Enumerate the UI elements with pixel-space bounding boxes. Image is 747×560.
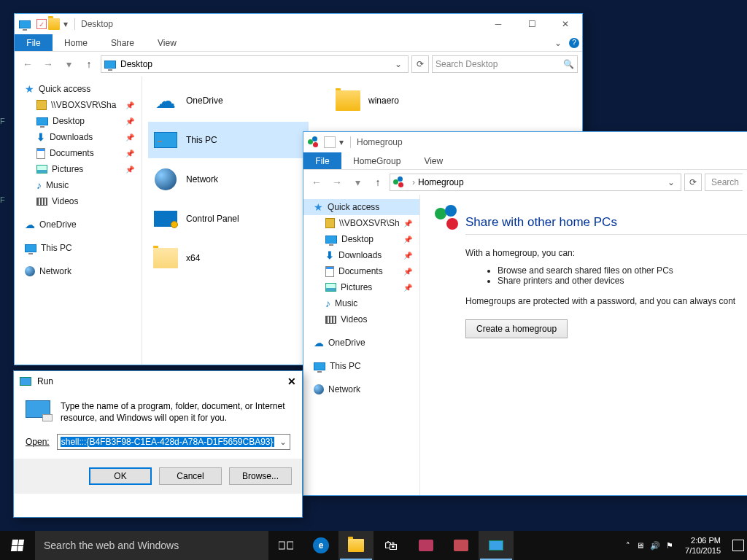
back-button[interactable]: ← — [19, 55, 36, 73]
address-bar[interactable]: › Homegroup ⌄ — [390, 174, 681, 191]
sidebar-item-desktop[interactable]: Desktop📌 — [303, 231, 419, 247]
tile-network[interactable]: Network — [148, 161, 309, 198]
refresh-button[interactable]: ⟳ — [684, 174, 702, 191]
address-text: Homegroup — [418, 177, 464, 187]
expand-ribbon-icon[interactable]: ⌄ — [550, 34, 566, 51]
clock[interactable]: 2:06 PM 7/10/2015 — [679, 535, 727, 556]
sidebar-item-desktop[interactable]: Desktop📌 — [15, 113, 142, 129]
help-button[interactable]: ? — [566, 34, 582, 51]
maximize-button[interactable]: ☐ — [515, 14, 549, 34]
sidebar-item-downloads[interactable]: ⬇Downloads📌 — [15, 129, 142, 145]
tab-view[interactable]: View — [146, 34, 188, 51]
sidebar-item-videos[interactable]: Videos — [15, 193, 142, 209]
up-button[interactable]: ↑ — [80, 55, 98, 73]
tile-control-panel[interactable]: Control Panel — [148, 201, 309, 237]
sidebar-item-pictures[interactable]: Pictures📌 — [303, 279, 419, 295]
refresh-button[interactable]: ⟳ — [411, 55, 429, 73]
minimize-button[interactable]: ─ — [481, 14, 515, 34]
sidebar-item-videos[interactable]: Videos — [303, 311, 419, 327]
tile-thispc[interactable]: This PC — [148, 122, 309, 158]
sidebar-item-vboxsvr[interactable]: \\VBOXSVR\Shar📌 — [15, 97, 142, 113]
create-homegroup-button[interactable]: Create a homegroup — [465, 319, 568, 338]
desktop-icon[interactable]: F — [0, 195, 5, 204]
sidebar-onedrive[interactable]: ☁OneDrive — [15, 217, 142, 233]
address-dropdown-icon[interactable]: ⌄ — [665, 177, 678, 187]
qat-properties-icon[interactable] — [324, 136, 336, 148]
taskbar-edge[interactable]: e — [303, 531, 338, 560]
tab-homegroup[interactable]: HomeGroup — [341, 152, 412, 169]
sidebar-onedrive[interactable]: ☁OneDrive — [303, 335, 419, 351]
address-bar[interactable]: Desktop ⌄ — [101, 55, 409, 73]
open-input[interactable]: shell:::{B4FB3F98-C1EA-428d-A78A-D1F5659… — [57, 434, 290, 450]
cancel-button[interactable]: Cancel — [159, 467, 222, 485]
taskbar-app1[interactable] — [409, 531, 444, 560]
search-box[interactable]: Search Desktop 🔍 — [432, 55, 578, 73]
sidebar-item-pictures[interactable]: Pictures📌 — [15, 161, 142, 177]
tray-overflow-icon[interactable]: ˄ — [626, 541, 630, 551]
tray-network-icon[interactable]: 🖥 — [636, 541, 644, 550]
downloads-icon: ⬇ — [36, 131, 45, 143]
sidebar-item-vboxsvr[interactable]: \\VBOXSVR\Shar📌 — [303, 215, 419, 231]
tile-onedrive[interactable]: ☁OneDrive — [148, 82, 309, 119]
pin-icon: 📌 — [125, 133, 134, 141]
browse-button[interactable]: Browse... — [229, 467, 292, 485]
start-button[interactable] — [0, 531, 35, 560]
taskbar-search[interactable]: Search the web and Windows — [35, 531, 268, 560]
qat-checkbox-icon[interactable]: ✓ — [36, 19, 47, 29]
desktop-icon[interactable]: F — [0, 117, 5, 125]
sidebar-thispc[interactable]: This PC — [303, 358, 419, 374]
taskbar-store[interactable]: 🛍 — [374, 531, 409, 560]
sidebar-item-documents[interactable]: Documents📌 — [303, 263, 419, 279]
back-button[interactable]: ← — [308, 174, 325, 191]
control-panel-icon — [154, 211, 177, 227]
taskbar-app2[interactable] — [444, 531, 479, 560]
tile-winaero[interactable]: winaero — [330, 82, 491, 119]
search-placeholder: Search — [711, 177, 739, 187]
sidebar-network[interactable]: Network — [15, 263, 142, 279]
qat-properties-icon[interactable] — [48, 18, 60, 30]
tab-file[interactable]: File — [303, 152, 341, 169]
sidebar-item-downloads[interactable]: ⬇Downloads📌 — [303, 247, 419, 263]
sidebar-quick-access[interactable]: ★Quick access — [303, 199, 419, 215]
address-dropdown-icon[interactable]: ⌄ — [392, 59, 405, 69]
recent-locations-button[interactable]: ▾ — [60, 55, 77, 73]
run-icon — [20, 377, 31, 386]
action-center-icon[interactable] — [732, 540, 744, 551]
tab-share[interactable]: Share — [99, 34, 146, 51]
dropdown-icon[interactable]: ⌄ — [279, 437, 287, 447]
sidebar-item-music[interactable]: ♪Music — [15, 177, 142, 193]
taskbar: Search the web and Windows e 🛍 ˄ 🖥 🔊 ⚑ 2… — [0, 531, 747, 560]
up-button[interactable]: ↑ — [369, 174, 387, 191]
search-box[interactable]: Search — [705, 174, 743, 191]
task-view-button[interactable] — [268, 531, 303, 560]
titlebar[interactable]: ✓ ▾ Desktop ─ ☐ ✕ — [15, 14, 582, 34]
sidebar-quick-access[interactable]: ★Quick access — [15, 81, 142, 97]
taskbar-run[interactable] — [479, 531, 514, 560]
qat-customize-icon[interactable]: ▾ — [61, 19, 70, 29]
pin-icon: 📌 — [125, 101, 134, 109]
close-button[interactable]: ✕ — [549, 14, 582, 34]
tab-home[interactable]: Home — [53, 34, 99, 51]
app-icon — [454, 540, 468, 551]
tray-volume-icon[interactable]: 🔊 — [650, 541, 660, 551]
forward-button[interactable]: → — [328, 174, 346, 191]
tab-view[interactable]: View — [412, 152, 454, 169]
sidebar-item-music[interactable]: ♪Music — [303, 295, 419, 311]
tile-x64[interactable]: x64 — [148, 240, 309, 276]
sidebar-item-documents[interactable]: Documents📌 — [15, 145, 142, 161]
titlebar[interactable]: Run ✕ — [14, 371, 302, 392]
recent-locations-button[interactable]: ▾ — [349, 174, 366, 191]
tab-file[interactable]: File — [15, 34, 53, 51]
tray-flag-icon[interactable]: ⚑ — [666, 541, 673, 551]
qat-customize-icon[interactable]: ▾ — [337, 137, 346, 147]
close-button[interactable]: ✕ — [287, 376, 296, 387]
sidebar-thispc[interactable]: This PC — [15, 240, 142, 256]
titlebar[interactable]: ▾ Homegroup — [303, 132, 747, 152]
forward-button[interactable]: → — [39, 55, 57, 73]
clock-date: 7/10/2015 — [685, 545, 721, 556]
network-icon — [155, 168, 177, 190]
taskbar-explorer[interactable] — [338, 531, 374, 560]
svg-rect-1 — [287, 542, 293, 549]
sidebar-network[interactable]: Network — [303, 381, 419, 397]
ok-button[interactable]: OK — [89, 467, 152, 485]
